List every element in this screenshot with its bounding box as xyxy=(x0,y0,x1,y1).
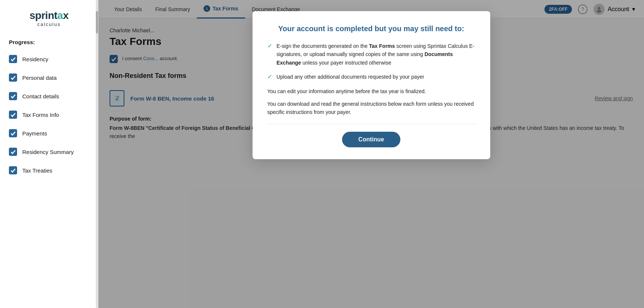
check-icon-payments xyxy=(9,129,17,137)
scrollbar-thumb[interactable] xyxy=(96,11,98,33)
main-content: Your Details Final Summary i Tax Forms D… xyxy=(98,0,644,308)
check-icon-personal-data xyxy=(9,73,17,82)
modal-check-1: ✓ xyxy=(267,42,272,49)
sidebar-nav: Residency Personal data Contact details … xyxy=(0,50,98,308)
sidebar-item-residency[interactable]: Residency xyxy=(0,50,98,68)
modal-note-1: You can edit your information anytime be… xyxy=(267,87,475,95)
sidebar-label-payments: Payments xyxy=(22,130,47,137)
modal-note-2: You can download and read the general in… xyxy=(267,100,475,117)
progress-label: Progress: xyxy=(0,36,98,50)
modal-item-1: ✓ E-sign the documents generated on the … xyxy=(267,42,475,67)
sidebar-item-contact-details[interactable]: Contact details xyxy=(0,87,98,105)
check-icon-residency xyxy=(9,55,17,63)
app-container: sprintax calculus Progress: Residency Pe… xyxy=(0,0,644,308)
logo-brand: sprintax xyxy=(30,10,69,21)
modal-dialog: Your account is completed but you may st… xyxy=(253,11,490,159)
check-icon-residency-summary xyxy=(9,148,17,156)
sidebar-item-personal-data[interactable]: Personal data xyxy=(0,68,98,87)
scrollbar[interactable] xyxy=(96,0,98,308)
sidebar-item-payments[interactable]: Payments xyxy=(0,124,98,142)
continue-button[interactable]: Continue xyxy=(342,132,400,147)
modal-actions: Continue xyxy=(267,132,475,147)
modal-item-2-text: Upload any other additional documents re… xyxy=(277,73,425,81)
modal-title: Your account is completed but you may st… xyxy=(267,24,475,33)
modal-overlay: Your account is completed but you may st… xyxy=(98,0,644,308)
check-icon-contact-details xyxy=(9,92,17,100)
modal-item-2: ✓ Upload any other additional documents … xyxy=(267,73,475,81)
sidebar-item-tax-treaties[interactable]: Tax Treaties xyxy=(0,161,98,180)
logo-star: a xyxy=(57,10,63,21)
modal-check-2: ✓ xyxy=(267,73,272,80)
check-icon-tax-forms-info xyxy=(9,111,17,119)
modal-divider xyxy=(267,124,475,124)
sidebar-label-tax-forms-info: Tax Forms Info xyxy=(22,112,59,118)
modal-item-1-text: E-sign the documents generated on the Ta… xyxy=(277,42,475,67)
sidebar-label-residency-summary: Residency Summary xyxy=(22,149,74,155)
sidebar-label-personal-data: Personal data xyxy=(22,75,57,81)
sidebar-label-contact-details: Contact details xyxy=(22,93,59,99)
sidebar: sprintax calculus Progress: Residency Pe… xyxy=(0,0,98,308)
sidebar-item-residency-summary[interactable]: Residency Summary xyxy=(0,142,98,161)
logo-sub: calculus xyxy=(38,22,61,27)
sidebar-label-residency: Residency xyxy=(22,56,48,62)
check-icon-tax-treaties xyxy=(9,166,17,174)
sidebar-label-tax-treaties: Tax Treaties xyxy=(22,167,52,174)
sidebar-item-tax-forms-info[interactable]: Tax Forms Info xyxy=(0,105,98,124)
logo-area: sprintax calculus xyxy=(0,0,98,36)
